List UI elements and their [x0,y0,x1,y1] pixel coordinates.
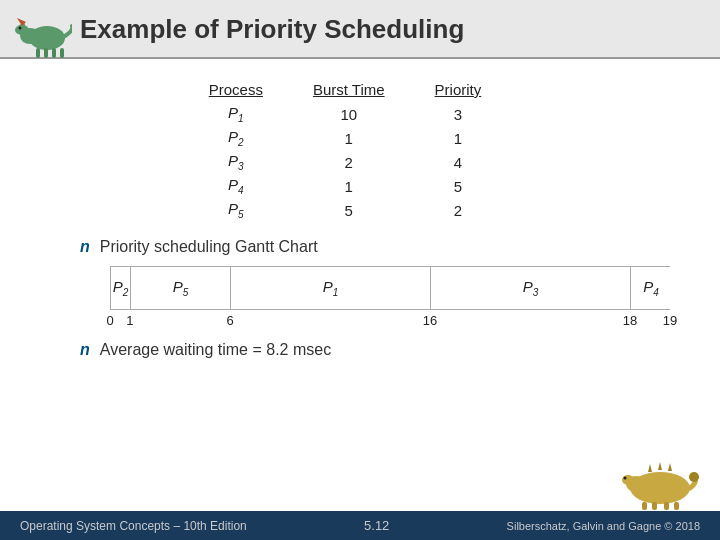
cell-r1-c0: P2 [199,126,303,150]
cell-r0-c0: P1 [199,102,303,126]
gantt-tick-0: 0 [106,313,113,328]
dino-right-icon [620,450,700,510]
footer-copyright: Silberschatz, Galvin and Gagne © 2018 [507,520,700,532]
gantt-tick-6: 6 [226,313,233,328]
slide: Example of Priority Scheduling Process B… [0,0,720,540]
table-row: P1103 [199,102,522,126]
cell-r4-c1: 5 [303,198,425,222]
bullet-marker-2: n [80,341,90,359]
svg-rect-20 [674,502,679,510]
footer-page: 5.12 [364,518,389,533]
svg-point-21 [689,472,699,482]
table-row: P211 [199,126,522,150]
process-table-container: Process Burst Time Priority P1103P211P32… [60,79,660,222]
gantt-tick-labels: 016161819 [110,313,670,331]
svg-rect-5 [36,48,40,58]
table-row: P552 [199,198,522,222]
svg-point-12 [622,475,634,485]
gantt-block-p1: P1 [231,267,431,309]
cell-r2-c2: 4 [425,150,522,174]
gantt-block-p5: P5 [131,267,231,309]
svg-rect-17 [642,502,647,510]
bullet-gantt-label: n Priority scheduling Gantt Chart [80,238,660,256]
table-row: P415 [199,174,522,198]
cell-r1-c1: 1 [303,126,425,150]
svg-marker-16 [668,463,672,471]
process-table: Process Burst Time Priority P1103P211P32… [199,79,522,222]
gantt-tick-1: 1 [126,313,133,328]
col-process: Process [199,79,303,102]
footer-edition: Operating System Concepts – 10th Edition [20,519,247,533]
col-priority: Priority [425,79,522,102]
dino-left-icon [12,8,72,63]
gantt-block-p4: P4 [631,267,671,309]
bullet-avg-wait: n Average waiting time = 8.2 msec [80,341,660,359]
gantt-tick-19: 19 [663,313,677,328]
cell-r1-c2: 1 [425,126,522,150]
svg-rect-6 [44,48,48,58]
svg-point-13 [624,477,627,480]
slide-title: Example of Priority Scheduling [80,14,464,45]
cell-r3-c1: 1 [303,174,425,198]
cell-r4-c2: 2 [425,198,522,222]
table-row: P324 [199,150,522,174]
svg-marker-15 [658,462,662,470]
bullet-marker-1: n [80,238,90,256]
gantt-tick-18: 18 [623,313,637,328]
slide-footer: Operating System Concepts – 10th Edition… [0,511,720,540]
cell-r2-c0: P3 [199,150,303,174]
svg-rect-18 [652,502,657,510]
gantt-block-p2: P2 [111,267,131,309]
cell-r3-c0: P4 [199,174,303,198]
svg-marker-14 [648,464,652,472]
svg-rect-8 [60,48,64,58]
gantt-tick-16: 16 [423,313,437,328]
slide-content: Process Burst Time Priority P1103P211P32… [0,59,720,379]
svg-rect-7 [52,48,56,58]
gantt-chart: P2P5P1P3P4 [110,266,670,310]
gantt-block-p3: P3 [431,267,631,309]
cell-r0-c2: 3 [425,102,522,126]
svg-point-4 [19,27,22,30]
bullet-text-1: Priority scheduling Gantt Chart [100,238,318,256]
bullet-text-2: Average waiting time = 8.2 msec [100,341,331,359]
svg-rect-19 [664,502,669,510]
col-burst: Burst Time [303,79,425,102]
cell-r3-c2: 5 [425,174,522,198]
gantt-section: P2P5P1P3P4 016161819 [110,266,660,331]
cell-r2-c1: 2 [303,150,425,174]
cell-r4-c0: P5 [199,198,303,222]
cell-r0-c1: 10 [303,102,425,126]
slide-header: Example of Priority Scheduling [0,0,720,59]
